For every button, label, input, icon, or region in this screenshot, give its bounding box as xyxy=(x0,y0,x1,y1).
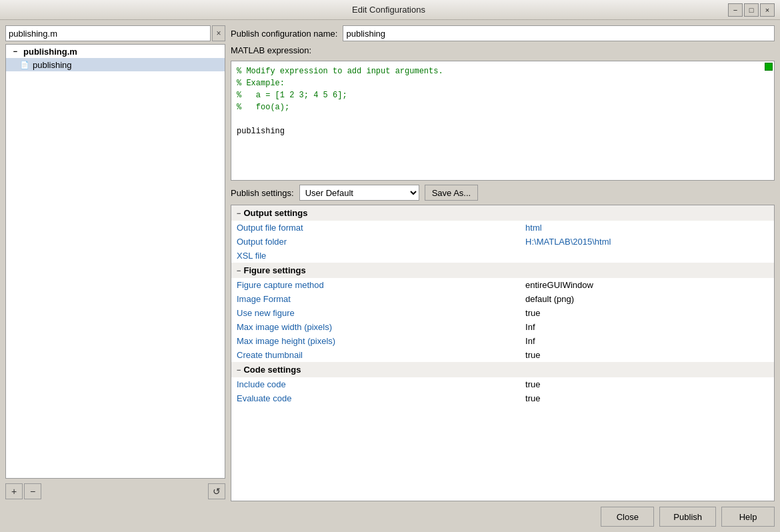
title-bar: Edit Configurations − □ × xyxy=(0,0,780,20)
max-image-width-label: Max image width (pixels) xyxy=(231,320,520,334)
table-row[interactable]: Use new figure true xyxy=(231,306,774,320)
config-name-row: Publish configuration name: xyxy=(231,25,775,41)
table-row[interactable]: Max image width (pixels) Inf xyxy=(231,320,774,334)
table-row[interactable]: Image Format default (png) xyxy=(231,292,774,306)
refresh-button[interactable]: ↺ xyxy=(208,483,225,499)
file-tree[interactable]: − publishing.m 📄 publishing xyxy=(5,44,225,479)
maximize-button[interactable]: □ xyxy=(744,3,759,17)
figure-settings-header[interactable]: −Figure settings xyxy=(231,263,774,278)
tree-parent-label: publishing.m xyxy=(23,47,77,57)
image-format-value: default (png) xyxy=(520,292,774,306)
left-bottom-bar: + − ↺ xyxy=(5,481,225,501)
tree-parent-item[interactable]: − publishing.m xyxy=(6,45,225,58)
matlab-editor[interactable]: % Modify expression to add input argumen… xyxy=(231,61,775,181)
window-title: Edit Configurations xyxy=(49,5,728,15)
xsl-file-label: XSL file xyxy=(231,249,520,263)
minimize-button[interactable]: − xyxy=(728,3,743,17)
table-row[interactable]: Create thumbnail true xyxy=(231,348,774,362)
publish-settings-select[interactable]: User Default xyxy=(299,185,419,201)
publish-settings-row: Publish settings: User Default Save As..… xyxy=(231,185,775,201)
add-config-button[interactable]: + xyxy=(5,483,23,499)
window-controls: − □ × xyxy=(728,3,775,17)
evaluate-code-value: true xyxy=(520,391,774,405)
file-search-clear-button[interactable]: × xyxy=(212,25,225,41)
table-row[interactable]: Evaluate code true xyxy=(231,391,774,405)
table-row[interactable]: Figure capture method entireGUIWindow xyxy=(231,278,774,292)
settings-scroll[interactable]: −Output settings Output file format html… xyxy=(231,205,774,501)
evaluate-code-label: Evaluate code xyxy=(231,391,520,405)
table-row[interactable]: Include code true xyxy=(231,377,774,391)
publish-button[interactable]: Publish xyxy=(659,507,716,527)
close-button[interactable]: Close xyxy=(601,507,654,527)
create-thumbnail-label: Create thumbnail xyxy=(231,348,520,362)
output-file-format-label: Output file format xyxy=(231,221,520,235)
settings-table-container: −Output settings Output file format html… xyxy=(231,205,775,501)
output-folder-label: Output folder xyxy=(231,235,520,249)
matlab-line-2: % Example: xyxy=(237,77,769,89)
file-search-row: × xyxy=(5,25,225,41)
matlab-line-1: % Modify expression to add input argumen… xyxy=(237,65,769,77)
matlab-line-5 xyxy=(237,113,769,125)
config-name-input[interactable] xyxy=(343,25,775,41)
output-settings-label: Output settings xyxy=(243,208,307,218)
figure-capture-value: entireGUIWindow xyxy=(520,278,774,292)
right-panel: Publish configuration name: MATLAB expre… xyxy=(231,25,775,501)
use-new-figure-value: true xyxy=(520,306,774,320)
remove-config-button[interactable]: − xyxy=(24,483,41,499)
file-search-input[interactable] xyxy=(5,25,211,41)
xsl-file-value xyxy=(520,249,774,263)
code-toggle-icon: − xyxy=(237,366,241,374)
figure-toggle-icon: − xyxy=(237,267,241,275)
file-icon: 📄 xyxy=(19,59,30,70)
tree-action-buttons: + − xyxy=(5,483,41,499)
help-button[interactable]: Help xyxy=(721,507,775,527)
table-row[interactable]: Max image height (pixels) Inf xyxy=(231,334,774,348)
output-folder-value: H:\MATLAB\2015\html xyxy=(520,235,774,249)
include-code-value: true xyxy=(520,377,774,391)
create-thumbnail-value: true xyxy=(520,348,774,362)
save-as-button[interactable]: Save As... xyxy=(425,185,479,201)
top-area: × − publishing.m 📄 publishing + − ↺ xyxy=(5,25,775,501)
code-settings-header[interactable]: −Code settings xyxy=(231,362,774,377)
table-row[interactable]: Output file format html xyxy=(231,221,774,235)
figure-capture-label: Figure capture method xyxy=(231,278,520,292)
config-name-label: Publish configuration name: xyxy=(231,29,337,39)
output-file-format-value: html xyxy=(520,221,774,235)
use-new-figure-label: Use new figure xyxy=(231,306,520,320)
publish-settings-label: Publish settings: xyxy=(231,188,294,198)
max-image-height-value: Inf xyxy=(520,334,774,348)
max-image-width-value: Inf xyxy=(520,320,774,334)
table-row[interactable]: XSL file xyxy=(231,249,774,263)
matlab-code[interactable]: % Modify expression to add input argumen… xyxy=(231,61,774,180)
tree-child-label: publishing xyxy=(33,60,72,70)
output-settings-header[interactable]: −Output settings xyxy=(231,205,774,221)
code-settings-label: Code settings xyxy=(243,365,301,375)
close-button[interactable]: × xyxy=(760,3,775,17)
matlab-expression-label: MATLAB expression: xyxy=(231,45,775,55)
include-code-label: Include code xyxy=(231,377,520,391)
status-indicator xyxy=(765,63,773,71)
output-toggle-icon: − xyxy=(237,209,241,217)
figure-settings-label: Figure settings xyxy=(243,265,305,275)
matlab-line-3: % a = [1 2 3; 4 5 6]; xyxy=(237,89,769,101)
matlab-line-6: publishing xyxy=(237,125,769,137)
table-row[interactable]: Output folder H:\MATLAB\2015\html xyxy=(231,235,774,249)
image-format-label: Image Format xyxy=(231,292,520,306)
main-content: × − publishing.m 📄 publishing + − ↺ xyxy=(0,20,780,532)
max-image-height-label: Max image height (pixels) xyxy=(231,334,520,348)
matlab-line-4: % foo(a); xyxy=(237,101,769,113)
settings-table: −Output settings Output file format html… xyxy=(231,205,774,405)
collapse-icon: − xyxy=(10,46,21,57)
bottom-bar: Close Publish Help xyxy=(5,501,775,527)
tree-child-item[interactable]: 📄 publishing xyxy=(6,58,225,71)
left-panel: × − publishing.m 📄 publishing + − ↺ xyxy=(5,25,225,501)
